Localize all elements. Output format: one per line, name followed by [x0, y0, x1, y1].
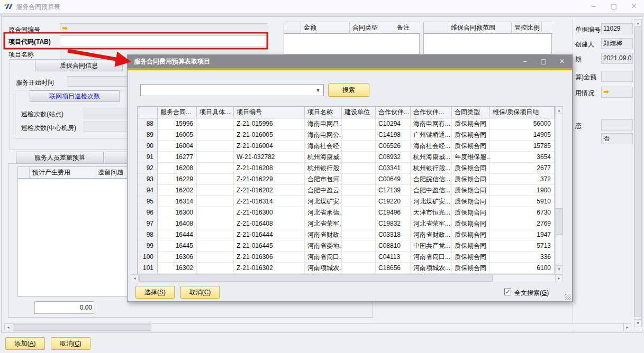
dialog-scroll-left-icon[interactable]: ◂ — [131, 274, 139, 282]
search-button[interactable]: 搜索 — [328, 83, 369, 97]
cell: 89 — [138, 129, 158, 141]
column-header-amount[interactable]: 金额 — [301, 22, 350, 34]
cell: 河南省财政... — [305, 229, 342, 240]
dialog-scroll-up-icon[interactable]: ▴ — [555, 106, 563, 114]
table-row[interactable]: 10116302Z-21-016302河南项城农...C18656河南项城农..… — [138, 263, 555, 274]
vertical-scrollbar-thumb[interactable] — [634, 27, 641, 317]
project-code-field[interactable] — [60, 35, 268, 47]
dialog-horizontal-scrollbar-thumb[interactable] — [139, 275, 493, 282]
cell: 16005 — [158, 129, 197, 141]
dialog-vertical-scrollbar-thumb[interactable] — [556, 208, 563, 235]
cell: Z-21-016229 — [234, 174, 305, 185]
tab-network-inspection[interactable]: 联网项目巡检次数 — [30, 90, 120, 102]
table-row[interactable]: 10016306Z-21-016306河南省周口...C04113河南省周口..… — [138, 252, 555, 263]
dialog-column-header[interactable] — [138, 107, 158, 118]
cell: 质保期合同 — [452, 118, 490, 129]
dialog-cancel-button[interactable]: 取消(C) — [180, 286, 220, 299]
column-header-control-ratio[interactable]: 管控比例 — [512, 22, 542, 34]
tab-warranty-info[interactable]: 质保合同信息 — [35, 60, 123, 71]
scroll-right-icon[interactable]: ▸ — [623, 323, 631, 331]
table-row[interactable]: 8916005Z-21-016005海南电网公...C14198广州键桥通...… — [138, 129, 555, 141]
scroll-left-icon[interactable]: ◂ — [4, 323, 12, 331]
dialog-minimize-icon[interactable]: – — [518, 57, 532, 66]
dialog-column-header[interactable]: 项目编号 — [234, 107, 305, 118]
cell: C04113 — [376, 252, 411, 263]
table-row[interactable]: 9016004Z-21-016004海南社会经...C06526海南社会经...… — [138, 141, 555, 152]
cell: C03318 — [376, 229, 411, 240]
cell: 96 — [138, 207, 158, 218]
dialog-column-header[interactable]: 合作伙伴... — [411, 107, 452, 118]
cell: 质保期合同 — [452, 141, 490, 152]
column-header-expected-cost[interactable]: 预计产生费用 — [30, 167, 95, 179]
minimize-icon[interactable]: – — [586, 2, 601, 12]
chevron-down-icon[interactable]: ▼ — [314, 86, 322, 95]
table-row[interactable]: 9716408Z-21-016408河北省荣军...C19832河北省荣军...… — [138, 218, 555, 229]
close-icon[interactable]: ✕ — [627, 2, 641, 12]
cell: 质保期合同 — [452, 240, 490, 252]
right-panel-field[interactable]: 11029 — [601, 23, 633, 34]
dialog-column-header[interactable]: 维保/质保项目结 — [490, 107, 555, 118]
dialog-scroll-right-icon[interactable]: ▸ — [555, 274, 563, 282]
table-row[interactable]: 9116277W-21-032782杭州海康威...C08932杭州海康威...… — [138, 152, 555, 163]
scroll-up-icon[interactable]: ▴ — [634, 19, 642, 27]
cell: 合肥中盈云... — [305, 185, 342, 196]
cell: C06526 — [376, 141, 411, 152]
resize-grip[interactable] — [565, 294, 571, 300]
scroll-down-icon[interactable]: ▾ — [634, 319, 642, 327]
dialog-column-header[interactable]: 项目名称▲ — [305, 107, 342, 118]
tab-travel-budget[interactable]: 服务人员差旅预算 — [16, 152, 104, 163]
dialog-scroll-down-icon[interactable]: ▾ — [555, 265, 563, 273]
table-row[interactable]: 9416202Z-21-016202合肥中盈云...C17139合肥中盈信...… — [138, 185, 555, 196]
table-row[interactable]: 9516314Z-21-016314河北煤矿安...C19220河北煤矿安...… — [138, 196, 555, 207]
right-panel-field[interactable]: 2021.09.0 — [601, 53, 633, 64]
cell: 16229 — [158, 174, 197, 185]
cell: 河南省委地... — [305, 240, 342, 252]
cancel-button[interactable]: 取消(C) — [51, 337, 90, 350]
cell: C08810 — [376, 240, 411, 252]
dialog-column-header[interactable]: 合作伙伴... — [376, 107, 411, 118]
fulltext-search-checkbox[interactable]: ✓ — [504, 289, 511, 295]
dialog-column-header[interactable]: 服务合同... — [158, 107, 197, 118]
dialog-maximize-icon[interactable]: ▢ — [536, 57, 551, 66]
table-row[interactable]: 9316229Z-21-016229合肥市包河...C00649合肥皖信信...… — [138, 174, 555, 185]
table-row[interactable]: 9916445Z-21-016445河南省委地...C08810中国共产党...… — [138, 240, 555, 252]
column-header-contract-type[interactable]: 合同类型 — [350, 22, 394, 34]
dialog-close-icon[interactable]: ✕ — [555, 57, 569, 66]
table-row[interactable]: 9816444Z-21-016444河南省财政...C03318河南省财政...… — [138, 229, 555, 240]
cell: 质保期合同 — [452, 263, 490, 274]
dialog-column-header[interactable]: 项目具体... — [197, 107, 234, 118]
project-code-label: 项目代码(TAB) — [8, 38, 51, 47]
table-body: 8815996Z-21-015996海南电网昌...C10294海南电网有...… — [138, 118, 555, 274]
cell: 杭州银行股... — [305, 163, 342, 174]
original-contract-field[interactable]: ➡ — [60, 23, 268, 34]
tab-fragment[interactable] — [105, 152, 128, 163]
link-arrow-icon[interactable]: ➡ — [603, 87, 631, 97]
column-header-maintain-range[interactable]: 维保合同额范围 — [448, 22, 512, 34]
right-panel-field[interactable] — [601, 71, 633, 82]
right-panel-field[interactable]: ➡ — [601, 87, 633, 98]
table-row[interactable]: 9216208Z-21-016208杭州银行股...C03341杭州银行股...… — [138, 163, 555, 174]
maximize-icon[interactable]: ▢ — [606, 2, 621, 12]
right-panel-field[interactable]: 否 — [601, 133, 633, 144]
select-button[interactable]: 选择(S) — [135, 286, 175, 299]
right-panel-field[interactable] — [601, 119, 633, 131]
cell: 质保期合同 — [452, 218, 490, 229]
project-search-combobox[interactable]: ▼ — [140, 84, 324, 96]
right-panel-field[interactable]: 郑熠桦 — [601, 38, 633, 49]
total-amount-field[interactable]: 0.00 — [34, 301, 94, 314]
cell: 14905 — [490, 129, 555, 141]
project-picker-dialog: 服务合同费用预算表取项目 – ▢ ✕ ▼ 搜索 服务合同...项目具体...项目… — [127, 54, 573, 302]
add-button[interactable]: 添加(A) — [5, 337, 45, 350]
cell: 质保期合同 — [452, 207, 490, 218]
table-row[interactable]: 9616300Z-21-016300河北省承德...C19496天津市恒光...… — [138, 207, 555, 218]
link-arrow-icon[interactable]: ➡ — [62, 24, 68, 32]
dialog-title: 服务合同费用预算表取项目 — [134, 58, 210, 65]
dialog-column-header[interactable]: 建设单位 — [342, 107, 376, 118]
column-header-remark[interactable]: 备注 — [394, 22, 420, 34]
dialog-vertical-scrollbar[interactable] — [555, 106, 563, 273]
dialog-column-header[interactable]: 合同类型 — [452, 107, 490, 118]
cell: 海南电网昌... — [305, 118, 342, 129]
horizontal-scrollbar-thumb[interactable] — [13, 324, 151, 331]
cell — [342, 185, 376, 196]
table-row[interactable]: 8815996Z-21-015996海南电网昌...C10294海南电网有...… — [138, 118, 555, 129]
